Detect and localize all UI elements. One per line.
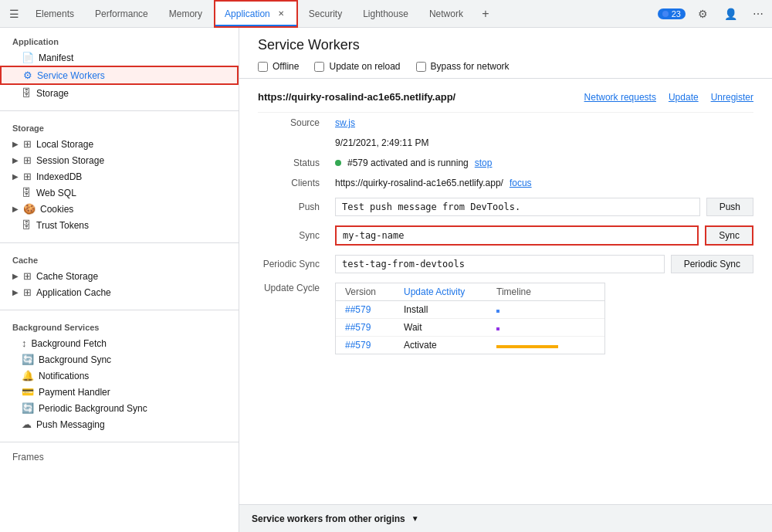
header-timeline: Timeline — [490, 286, 604, 297]
customize-icon[interactable]: 👤 — [720, 3, 741, 25]
sidebar-section-cache-title: Cache — [0, 252, 239, 268]
page-title: Service Workers — [258, 37, 753, 53]
bypass-for-network-checkbox[interactable] — [416, 62, 426, 72]
sw-origin-actions: Network requests Update Unregister — [584, 92, 753, 103]
expand-app-cache-icon[interactable]: ▶ — [12, 288, 19, 296]
sidebar-item-session-storage[interactable]: ▶ ⊞ Session Storage — [0, 152, 239, 168]
offline-checkbox-label[interactable]: Offline — [258, 61, 299, 72]
sync-input[interactable] — [335, 225, 699, 246]
expand-cache-storage-icon[interactable]: ▶ — [12, 272, 19, 280]
sw-status-row: Status #579 activated and is running sto… — [258, 153, 753, 173]
tab-application-close[interactable]: ✕ — [275, 8, 287, 20]
web-sql-icon: 🗄 — [22, 187, 32, 198]
sidebar-item-bg-sync[interactable]: 🔄 Background Sync — [0, 351, 239, 368]
sidebar-item-service-workers[interactable]: ⚙ Service Workers — [0, 66, 239, 85]
update-cycle-label: Update Cycle — [258, 283, 335, 293]
divider-4 — [0, 442, 239, 442]
sidebar-item-payment-handler[interactable]: 💳 Payment Handler — [0, 384, 239, 400]
tab-network[interactable]: Network — [420, 0, 473, 28]
tab-application[interactable]: Application ✕ — [214, 0, 298, 28]
expand-bottom-icon[interactable]: ▼ — [411, 514, 419, 523]
content-header: Service Workers Offline Update on reload… — [239, 28, 772, 79]
row-timeline-2 — [490, 322, 604, 333]
unregister-link[interactable]: Unregister — [711, 92, 753, 103]
expand-indexeddb-icon[interactable]: ▶ — [12, 172, 19, 181]
cookies-icon: 🍪 — [23, 203, 36, 215]
sidebar-item-indexeddb[interactable]: ▶ ⊞ IndexedDB — [0, 168, 239, 185]
bg-sync-icon: 🔄 — [22, 354, 34, 365]
sidebar-item-storage-app[interactable]: 🗄 Storage — [0, 85, 239, 101]
expand-local-storage-icon[interactable]: ▶ — [12, 140, 19, 148]
tab-memory[interactable]: Memory — [160, 0, 212, 28]
row-activity-1: Install — [398, 304, 490, 315]
periodic-sync-input[interactable] — [335, 255, 665, 273]
update-table-header: Version Update Activity Timeline — [336, 283, 604, 301]
tab-lighthouse[interactable]: Lighthouse — [354, 0, 418, 28]
source-file-link[interactable]: sw.js — [335, 117, 355, 128]
push-button[interactable]: Push — [706, 198, 753, 216]
sidebar-item-app-cache[interactable]: ▶ ⊞ Application Cache — [0, 284, 239, 300]
more-icon[interactable]: ⋯ — [747, 3, 769, 25]
tab-security[interactable]: Security — [300, 0, 352, 28]
notifications-icon: 🔔 — [22, 370, 34, 381]
periodic-sync-button[interactable]: Periodic Sync — [671, 255, 753, 273]
trust-tokens-icon: 🗄 — [22, 219, 32, 231]
sidebar-item-web-sql[interactable]: 🗄 Web SQL — [0, 185, 239, 201]
periodic-bg-sync-icon: 🔄 — [22, 402, 34, 414]
offline-checkbox[interactable] — [258, 62, 268, 72]
sidebar-section-bg-title: Background Services — [0, 320, 239, 335]
divider-3 — [0, 310, 239, 310]
checkbox-row: Offline Update on reload Bypass for netw… — [258, 61, 753, 72]
bottom-bar: Service workers from other origins ▼ — [239, 504, 772, 532]
row-version-1: ##579 — [336, 304, 398, 315]
update-on-reload-checkbox[interactable] — [314, 62, 324, 72]
timeline-bar-wait — [496, 327, 499, 330]
update-link[interactable]: Update — [669, 92, 699, 103]
periodic-sync-row: Periodic Sync Periodic Sync — [258, 250, 753, 278]
sidebar-section-application-title: Application — [0, 34, 239, 49]
sidebar-item-local-storage[interactable]: ▶ ⊞ Local Storage — [0, 136, 239, 152]
manifest-icon: 📄 — [22, 52, 34, 63]
header-activity: Update Activity — [398, 286, 490, 297]
network-requests-link[interactable]: Network requests — [584, 92, 656, 103]
row-timeline-1 — [490, 304, 604, 315]
bypass-for-network-checkbox-label[interactable]: Bypass for network — [416, 61, 510, 72]
sidebar: Application 📄 Manifest ⚙ Service Workers… — [0, 28, 239, 532]
tab-elements[interactable]: Elements — [26, 0, 84, 28]
update-on-reload-checkbox-label[interactable]: Update on reload — [314, 61, 400, 72]
sidebar-item-cookies[interactable]: ▶ 🍪 Cookies — [0, 201, 239, 217]
settings-icon[interactable]: ⚙ — [692, 3, 713, 25]
divider-1 — [0, 110, 239, 111]
received-value: 9/21/2021, 2:49:11 PM — [335, 137, 753, 148]
tabs-left: ☰ Elements Performance Memory Applicatio… — [3, 0, 496, 28]
session-storage-icon: ⊞ — [23, 154, 32, 166]
badge-dot-icon — [662, 11, 669, 17]
status-green-dot — [335, 160, 341, 166]
sidebar-item-push-messaging[interactable]: ☁ Push Messaging — [0, 416, 239, 432]
push-input[interactable] — [335, 198, 700, 216]
tab-performance[interactable]: Performance — [86, 0, 158, 28]
stop-link[interactable]: stop — [475, 158, 493, 168]
sidebar-item-cache-storage[interactable]: ▶ ⊞ Cache Storage — [0, 268, 239, 284]
sidebar-item-notifications[interactable]: 🔔 Notifications — [0, 368, 239, 384]
timeline-bar-activate — [496, 345, 558, 348]
sidebar-item-manifest[interactable]: 📄 Manifest — [0, 49, 239, 66]
sync-row: Sync Sync — [258, 221, 753, 250]
error-badge[interactable]: 23 — [658, 8, 686, 19]
expand-cookies-icon[interactable]: ▶ — [12, 205, 19, 213]
sidebar-item-periodic-bg-sync[interactable]: 🔄 Periodic Background Sync — [0, 400, 239, 416]
service-workers-icon: ⚙ — [23, 69, 32, 81]
main-layout: Application 📄 Manifest ⚙ Service Workers… — [0, 28, 772, 532]
source-label: Source — [258, 117, 335, 128]
focus-link[interactable]: focus — [510, 178, 532, 188]
row-activity-3: Activate — [398, 340, 490, 351]
sidebar-item-trust-tokens[interactable]: 🗄 Trust Tokens — [0, 217, 239, 233]
tabs-right: 23 ⚙ 👤 ⋯ — [658, 3, 769, 25]
add-tab-icon[interactable]: + — [475, 3, 496, 25]
sync-button[interactable]: Sync — [705, 225, 753, 246]
version-hash-icon-3: # — [345, 340, 350, 351]
sidebar-item-bg-fetch[interactable]: ↕ Background Fetch — [0, 335, 239, 351]
expand-session-storage-icon[interactable]: ▶ — [12, 156, 19, 164]
devtools-menu-icon[interactable]: ☰ — [3, 3, 25, 25]
update-cycle-row: Update Cycle Version Update Activity Tim… — [258, 278, 753, 359]
